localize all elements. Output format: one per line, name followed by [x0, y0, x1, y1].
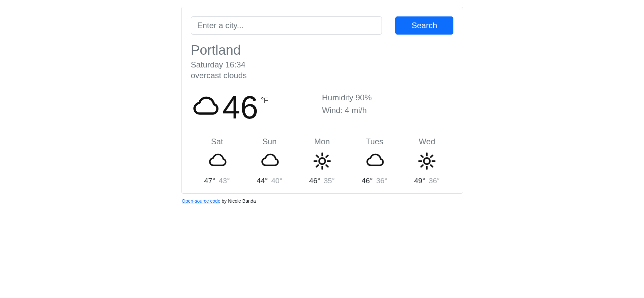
sun-icon	[401, 150, 453, 172]
current-left: 46 °F	[191, 91, 322, 123]
forecast-temps: 46° 35°	[296, 177, 348, 185]
forecast-temps: 47° 43°	[191, 177, 243, 185]
forecast-day: Sun 44° 40°	[243, 137, 296, 185]
wind-value: Wind: 4 mi/h	[322, 104, 372, 117]
forecast-day-label: Mon	[296, 137, 348, 146]
forecast-hi: 47°	[204, 177, 215, 185]
footer: Open-source code by Nicole Banda	[182, 198, 463, 204]
forecast-temps: 46° 36°	[348, 177, 401, 185]
forecast-hi: 46°	[362, 177, 373, 185]
cloud-icon	[348, 150, 401, 172]
forecast-day-label: Tues	[348, 137, 401, 146]
weather-card: Search Portland Saturday 16:34 overcast …	[181, 7, 463, 194]
forecast-hi: 44°	[257, 177, 268, 185]
city-search-input[interactable]	[191, 16, 382, 35]
current-row: 46 °F Humidity 90% Wind: 4 mi/h	[191, 91, 453, 123]
search-row: Search	[191, 16, 453, 35]
current-temperature: 46	[222, 91, 258, 123]
forecast-temps: 49° 36°	[401, 177, 453, 185]
forecast-day: Tues 46° 36°	[348, 137, 401, 185]
forecast-day-label: Sun	[243, 137, 296, 146]
current-datetime: Saturday 16:34	[191, 59, 453, 70]
svg-line-15	[431, 165, 433, 167]
current-meta: Saturday 16:34 overcast clouds	[191, 59, 453, 81]
footer-author: by Nicole Banda	[220, 198, 256, 204]
temperature-unit: °F	[261, 96, 268, 105]
search-button[interactable]: Search	[395, 16, 453, 35]
forecast-lo: 35°	[324, 177, 335, 185]
city-name: Portland	[191, 43, 453, 57]
forecast-temps: 44° 40°	[243, 177, 296, 185]
svg-point-0	[319, 158, 325, 164]
svg-line-17	[431, 155, 433, 157]
forecast-lo: 43°	[219, 177, 230, 185]
forecast-lo: 40°	[271, 177, 282, 185]
cloud-icon	[191, 93, 219, 121]
sun-icon	[296, 150, 348, 172]
svg-line-6	[326, 165, 328, 167]
forecast-day-label: Sat	[191, 137, 243, 146]
forecast-hi: 46°	[309, 177, 320, 185]
forecast-hi: 49°	[414, 177, 425, 185]
forecast-day: Sat 47° 43°	[191, 137, 243, 185]
svg-point-9	[424, 158, 430, 164]
cloud-icon	[191, 150, 243, 172]
forecast-lo: 36°	[376, 177, 387, 185]
svg-line-16	[421, 165, 423, 167]
svg-line-5	[316, 155, 318, 157]
svg-line-8	[326, 155, 328, 157]
svg-line-7	[316, 165, 318, 167]
forecast-lo: 36°	[429, 177, 440, 185]
open-source-link[interactable]: Open-source code	[182, 198, 220, 204]
forecast-row: Sat 47° 43° Sun 44° 40° Mon 46°	[191, 137, 453, 185]
cloud-icon	[243, 150, 296, 172]
forecast-day-label: Wed	[401, 137, 453, 146]
current-right: Humidity 90% Wind: 4 mi/h	[322, 91, 372, 123]
forecast-day: Mon 46° 35°	[296, 137, 348, 185]
current-description: overcast clouds	[191, 70, 453, 81]
humidity-value: Humidity 90%	[322, 91, 372, 104]
forecast-day: Wed 49° 36°	[401, 137, 453, 185]
svg-line-14	[421, 155, 423, 157]
